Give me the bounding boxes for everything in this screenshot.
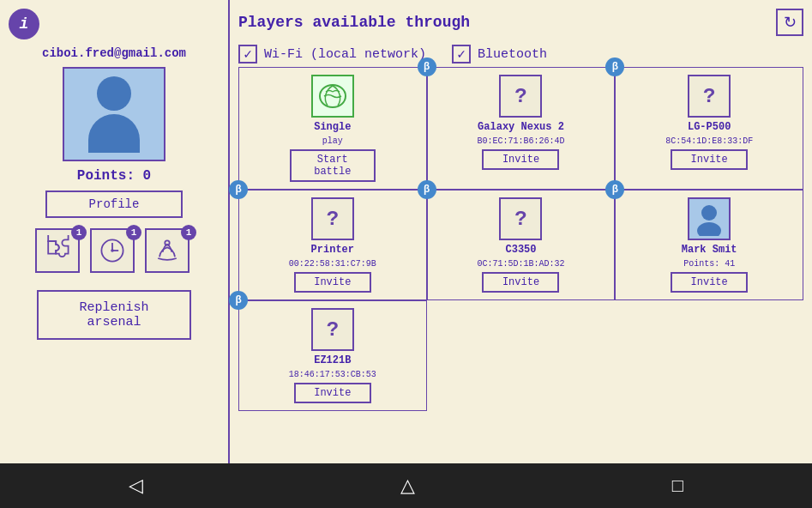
c3350-address: 0C:71:5D:1B:AD:32 [477, 259, 564, 269]
player-card-single: Single play Start battle [238, 67, 427, 190]
svg-point-6 [701, 205, 717, 221]
puzzle-icon [42, 235, 73, 266]
svg-point-3 [111, 249, 114, 252]
points-display: Points: 0 [77, 168, 151, 184]
left-panel: i ciboi.fred@gmail.com Points: 0 Profile… [0, 0, 230, 463]
recent-button[interactable]: □ [647, 468, 709, 504]
bluetooth-icon-printer: β [229, 180, 248, 199]
avatar [63, 67, 165, 161]
wifi-label: Wi-Fi (local network) [264, 47, 426, 62]
icons-row: 1 1 [35, 228, 193, 276]
player-card-marksmit: β Mark Smit Points: 41 Invite [615, 190, 803, 300]
start-battle-button[interactable]: Start battle [290, 149, 376, 182]
player-card-galaxy: β ? Galaxy Nexus 2 B0:EC:71:B6:26:4D Inv… [427, 67, 616, 190]
ez121b-name: EZ121B [314, 354, 351, 366]
galaxy-image: ? [499, 75, 542, 118]
wifi-connection-item: ✓ Wi-Fi (local network) [238, 45, 426, 64]
players-grid: Single play Start battle β ? Galaxy Nexu… [238, 67, 803, 300]
galaxy-address: B0:EC:71:B6:26:4D [477, 136, 564, 146]
printer-image: ? [311, 197, 354, 240]
printer-invite-button[interactable]: Invite [294, 272, 371, 293]
lgp500-invite-button[interactable]: Invite [671, 149, 748, 170]
ez121b-invite-button[interactable]: Invite [294, 383, 371, 403]
user-email: ciboi.fred@gmail.com [42, 46, 186, 60]
printer-name: Printer [311, 244, 354, 256]
back-button[interactable]: ◁ [103, 468, 169, 504]
wifi-checkbox[interactable]: ✓ [238, 45, 257, 64]
ez121b-image: ? [311, 308, 354, 351]
bluetooth-icon-marksmit: β [605, 180, 624, 199]
puzzle-badge-count: 1 [71, 225, 87, 240]
home-button[interactable]: △ [375, 468, 441, 504]
hands-icon-badge: 1 [145, 228, 193, 276]
single-play-sub: play [322, 136, 343, 146]
printer-address: 00:22:58:31:C7:9B [289, 259, 376, 269]
avatar-body [88, 114, 140, 153]
svg-point-7 [697, 222, 721, 236]
bluetooth-icon-c3350: β [418, 180, 436, 199]
lgp500-address: 8C:54:1D:E8:33:DF [665, 136, 753, 146]
player-card-c3350: β ? C3350 0C:71:5D:1B:AD:32 Invite [427, 190, 616, 300]
refresh-button[interactable]: ↻ [776, 9, 803, 36]
clock-icon-badge: 1 [90, 228, 138, 276]
info-icon: i [9, 9, 39, 39]
c3350-name: C3350 [505, 244, 536, 256]
bluetooth-checkbox[interactable]: ✓ [452, 45, 471, 64]
galaxy-invite-button[interactable]: Invite [482, 149, 559, 170]
c3350-invite-button[interactable]: Invite [482, 272, 559, 293]
clock-badge-count: 1 [126, 225, 141, 240]
ez121b-address: 18:46:17:53:CB:53 [289, 370, 376, 379]
bluetooth-icon-galaxy: β [418, 57, 436, 76]
lgp500-image: ? [688, 75, 731, 118]
bluetooth-label: Bluetooth [478, 47, 547, 62]
main-container: i ciboi.fred@gmail.com Points: 0 Profile… [0, 0, 812, 463]
bluetooth-icon-lg: β [605, 57, 624, 76]
hands-icon [152, 235, 183, 266]
c3350-image: ? [499, 197, 542, 240]
marksmit-points: Points: 41 [683, 259, 735, 269]
right-header: Players available through ↻ [238, 9, 803, 36]
person-icon [694, 202, 725, 236]
marksmit-invite-button[interactable]: Invite [671, 272, 748, 293]
hands-badge-count: 1 [181, 225, 196, 240]
extra-players-row: β ? EZ121B 18:46:17:53:CB:53 Invite [238, 300, 803, 411]
player-card-lgp500: β ? LG-P500 8C:54:1D:E8:33:DF Invite [615, 67, 803, 190]
panel-title: Players available through [238, 14, 470, 31]
replenish-arsenal-button[interactable]: Replenish arsenal [37, 290, 191, 340]
svg-point-4 [165, 240, 169, 245]
single-play-label: Single [314, 121, 351, 133]
player-card-ez121b: β ? EZ121B 18:46:17:53:CB:53 Invite [238, 300, 427, 411]
marksmit-name: Mark Smit [682, 244, 737, 256]
nav-bar: ◁ △ □ [0, 463, 812, 508]
avatar-figure [88, 76, 140, 153]
marksmit-image [688, 197, 731, 240]
puzzle-icon-badge: 1 [35, 228, 83, 276]
single-play-image [311, 75, 354, 118]
brain-icon [316, 82, 350, 112]
avatar-head [97, 76, 131, 111]
galaxy-name: Galaxy Nexus 2 [478, 121, 564, 133]
connection-row: ✓ Wi-Fi (local network) ✓ Bluetooth [238, 45, 803, 64]
clock-icon [97, 235, 128, 266]
player-card-printer: β ? Printer 00:22:58:31:C7:9B Invite [238, 190, 427, 300]
profile-button[interactable]: Profile [45, 190, 183, 218]
lgp500-name: LG-P500 [688, 121, 731, 133]
right-panel: Players available through ↻ ✓ Wi-Fi (loc… [230, 0, 812, 463]
bluetooth-connection-item: ✓ Bluetooth [452, 45, 547, 64]
bluetooth-icon-ez121b: β [229, 291, 248, 310]
